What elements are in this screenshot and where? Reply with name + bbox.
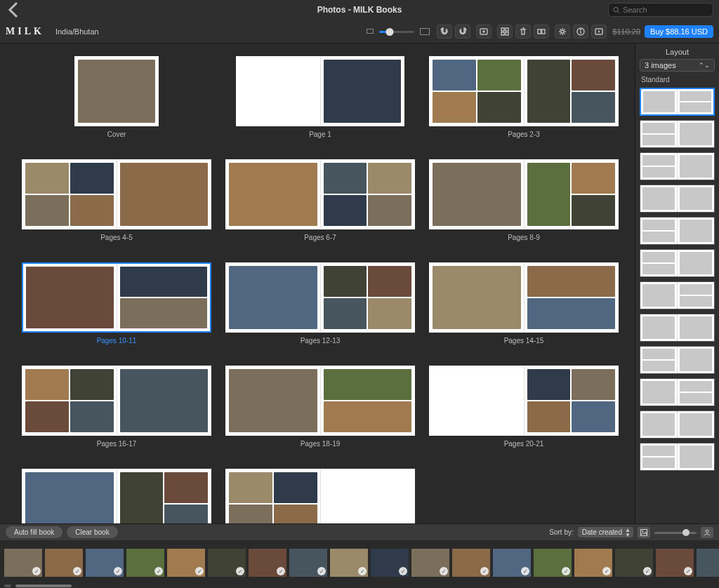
photo-placeholder[interactable] bbox=[527, 298, 616, 329]
zoom-small-icon[interactable] bbox=[367, 29, 374, 34]
filmstrip-thumb[interactable]: ✓ bbox=[86, 549, 124, 577]
spread[interactable] bbox=[22, 366, 211, 436]
photo-placeholder[interactable] bbox=[433, 60, 476, 91]
photo-placeholder[interactable] bbox=[433, 92, 476, 123]
photo-placeholder[interactable] bbox=[229, 505, 272, 523]
layout-template[interactable] bbox=[640, 378, 715, 406]
photo-placeholder[interactable] bbox=[324, 369, 412, 400]
filmstrip-thumb[interactable]: ✓ bbox=[656, 549, 694, 577]
zoom-large-icon[interactable] bbox=[420, 28, 430, 35]
photo-placeholder[interactable] bbox=[324, 266, 367, 297]
filmstrip[interactable]: ✓✓✓✓✓✓✓✓✓✓✓✓✓✓✓✓✓✓ bbox=[0, 540, 719, 584]
filmstrip-thumb[interactable]: ✓ bbox=[289, 549, 327, 577]
photo-placeholder[interactable] bbox=[274, 472, 317, 503]
spread[interactable] bbox=[22, 469, 211, 523]
photo-placeholder[interactable] bbox=[572, 92, 615, 123]
photo-placeholder[interactable] bbox=[324, 298, 367, 329]
photo-placeholder[interactable] bbox=[120, 369, 209, 432]
zoom-slider[interactable] bbox=[379, 27, 414, 36]
photo-placeholder[interactable] bbox=[477, 60, 521, 91]
layout-template[interactable] bbox=[640, 314, 715, 342]
grid-view-button[interactable] bbox=[497, 25, 513, 39]
photo-placeholder[interactable] bbox=[26, 267, 114, 328]
photo-placeholder[interactable] bbox=[25, 195, 69, 226]
filmstrip-thumb[interactable]: ✓ bbox=[249, 549, 286, 577]
photo-placeholder[interactable] bbox=[25, 401, 69, 432]
photo-placeholder[interactable] bbox=[527, 401, 571, 432]
spread-view-button[interactable] bbox=[534, 25, 549, 39]
photo-placeholder[interactable] bbox=[324, 163, 367, 194]
photo-placeholder[interactable] bbox=[70, 369, 114, 400]
filmstrip-thumb[interactable]: ✓ bbox=[411, 549, 449, 577]
search-field[interactable] bbox=[608, 3, 713, 17]
photo-placeholder[interactable] bbox=[25, 369, 69, 400]
filmstrip-thumb[interactable]: ✓ bbox=[534, 549, 572, 577]
photo-placeholder[interactable] bbox=[164, 505, 208, 523]
trash-button[interactable] bbox=[515, 25, 531, 39]
photo-placeholder[interactable] bbox=[324, 401, 412, 432]
filter-people-button[interactable] bbox=[701, 527, 713, 538]
layout-template-list[interactable] bbox=[640, 88, 715, 519]
layout-count-select[interactable]: 3 images ⌃⌄ bbox=[640, 59, 715, 72]
spread[interactable] bbox=[22, 159, 211, 229]
add-photo-button[interactable] bbox=[476, 25, 492, 39]
filmstrip-thumb[interactable]: ✓ bbox=[45, 549, 83, 577]
photo-placeholder[interactable] bbox=[229, 266, 317, 329]
photo-placeholder[interactable] bbox=[477, 92, 521, 123]
photo-placeholder[interactable] bbox=[324, 195, 367, 226]
layout-template[interactable] bbox=[640, 443, 715, 471]
filmstrip-thumb[interactable]: ✓ bbox=[697, 549, 719, 577]
spread[interactable] bbox=[74, 56, 159, 126]
filmstrip-thumb[interactable]: ✓ bbox=[371, 549, 409, 577]
layout-template[interactable] bbox=[640, 152, 715, 180]
photo-placeholder[interactable] bbox=[25, 472, 114, 523]
layout-template[interactable] bbox=[640, 88, 715, 116]
photo-placeholder[interactable] bbox=[433, 266, 521, 329]
layout-template[interactable] bbox=[640, 120, 715, 148]
photo-placeholder[interactable] bbox=[572, 195, 615, 226]
redo-button[interactable] bbox=[455, 25, 470, 39]
filmstrip-thumb[interactable]: ✓ bbox=[126, 549, 164, 577]
filmstrip-thumb[interactable]: ✓ bbox=[574, 549, 612, 577]
spread[interactable] bbox=[429, 56, 619, 126]
spread[interactable] bbox=[236, 56, 404, 126]
layout-template[interactable] bbox=[640, 249, 715, 277]
spread-grid-area[interactable]: CoverPage 1Pages 2-3Pages 4-5Pages 6-7Pa… bbox=[0, 44, 635, 523]
filmstrip-thumb[interactable]: ✓ bbox=[615, 549, 653, 577]
photo-placeholder[interactable] bbox=[572, 60, 615, 91]
photo-placeholder[interactable] bbox=[229, 369, 317, 432]
photo-placeholder[interactable] bbox=[70, 195, 114, 226]
layout-template[interactable] bbox=[640, 346, 715, 374]
clear-book-button[interactable]: Clear book bbox=[67, 526, 117, 538]
photo-placeholder[interactable] bbox=[164, 472, 208, 503]
layout-template[interactable] bbox=[640, 217, 715, 245]
photo-placeholder[interactable] bbox=[368, 163, 411, 194]
buy-button[interactable]: Buy $88.16 USD bbox=[645, 25, 713, 38]
filmstrip-thumb[interactable]: ✓ bbox=[330, 549, 368, 577]
photo-placeholder[interactable] bbox=[572, 369, 615, 400]
sort-select[interactable]: Date created ▲▼ bbox=[578, 527, 633, 537]
thumbnail-size-slider[interactable] bbox=[654, 528, 697, 537]
spread[interactable] bbox=[22, 262, 211, 333]
filmstrip-thumb[interactable]: ✓ bbox=[167, 549, 205, 577]
photo-placeholder[interactable] bbox=[572, 163, 615, 194]
photo-placeholder[interactable] bbox=[527, 369, 571, 400]
preview-button[interactable] bbox=[591, 25, 607, 39]
filmstrip-thumb[interactable]: ✓ bbox=[4, 549, 42, 577]
photo-placeholder[interactable] bbox=[527, 266, 616, 297]
photo-placeholder[interactable] bbox=[324, 60, 402, 123]
photo-placeholder[interactable] bbox=[120, 267, 208, 297]
filmstrip-thumb[interactable]: ✓ bbox=[452, 549, 490, 577]
info-button[interactable] bbox=[573, 25, 588, 39]
spread[interactable] bbox=[225, 366, 415, 436]
auto-fill-button[interactable]: Auto fill book bbox=[6, 526, 62, 538]
photo-placeholder[interactable] bbox=[120, 298, 208, 328]
search-input[interactable] bbox=[623, 6, 708, 14]
photo-placeholder[interactable] bbox=[120, 472, 164, 523]
photo-placeholder[interactable] bbox=[70, 163, 114, 194]
spread[interactable] bbox=[225, 159, 415, 229]
photo-placeholder[interactable] bbox=[527, 163, 571, 226]
photo-placeholder[interactable] bbox=[78, 60, 155, 123]
photo-placeholder[interactable] bbox=[229, 472, 272, 503]
filmstrip-thumb[interactable]: ✓ bbox=[208, 549, 246, 577]
